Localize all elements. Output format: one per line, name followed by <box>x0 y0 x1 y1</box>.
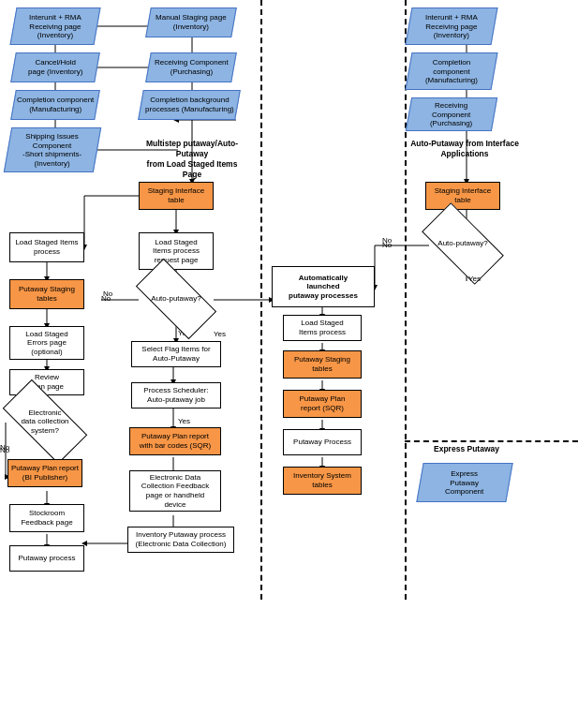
separator-line-1 <box>260 0 262 600</box>
separator-line-h <box>405 440 578 442</box>
label-no-n28: No <box>382 241 392 249</box>
node-n27-staging-interface-right: Staging Interfacetable <box>425 182 500 210</box>
node-n2: Cancel/Holdpage (Inventory) <box>10 52 100 82</box>
node-n11: Putaway Stagingtables <box>9 279 84 309</box>
node-n12-diamond: Auto-putaway? <box>139 279 214 319</box>
node-n3: Completion component(Manufacturing) <box>10 90 100 120</box>
separator-line-2 <box>405 0 407 600</box>
node-n28-diamond: Auto-putaway? <box>425 223 500 264</box>
label-no-n16: No <box>0 446 9 454</box>
node-n23: Putaway process <box>9 545 84 572</box>
node-n5: Manual Staging page(Inventory) <box>145 7 237 37</box>
label-no-n12: No <box>101 294 111 303</box>
node-n25: Completioncomponent(Manufacturing) <box>405 52 497 90</box>
section-label-multistep: Multistep putaway/Auto-Putawayfrom Load … <box>142 139 242 180</box>
section-label-auto-putaway: Auto-Putaway from InterfaceApplications <box>408 139 521 159</box>
node-n33: Putaway Process <box>283 429 362 455</box>
section-label-express: Express Putaway <box>410 444 523 454</box>
node-n16-diamond: Electronicdata collectionsystem? <box>6 401 84 442</box>
node-n19: Putaway Plan reportwith bar codes (SQR) <box>129 427 221 455</box>
node-n17: Process Scheduler:Auto-putaway job <box>131 382 221 409</box>
label-yes-n28: Yes <box>468 275 481 283</box>
node-n30: Load StagedItems process <box>283 315 362 341</box>
node-n21: StockroomFeedback page <box>9 504 84 532</box>
node-n18: Putaway Plan report(BI Publisher) <box>7 459 82 487</box>
node-n6: Receiving Component(Purchasing) <box>145 52 237 82</box>
node-n29: Automaticallylaunchedputaway processes <box>272 266 375 307</box>
node-n31: Putaway Stagingtables <box>283 350 362 379</box>
node-n1: Interunit + RMA Receiving page (Inventor… <box>9 7 100 45</box>
node-n13: Load StagedErrors page(optional) <box>9 326 84 360</box>
node-n8-staging-interface: Staging Interfacetable <box>139 182 214 210</box>
svg-text:Yes: Yes <box>178 417 190 425</box>
node-n4: Shipping IssuesComponent-Short shipments… <box>4 127 101 172</box>
node-n34: Inventory Systemtables <box>283 467 362 495</box>
node-n22: Inventory Putaway process(Electronic Dat… <box>127 527 234 553</box>
diagram-container: No Yes Yes No <box>0 0 578 728</box>
node-n7: Completion backgroundprocesses (Manufact… <box>138 90 241 120</box>
node-n10: Load StagedItems processrequest page <box>139 232 214 270</box>
node-n20: Electronic DataCollection Feedbackpage o… <box>129 470 221 512</box>
node-n15: Select Flag Items forAuto-Putaway <box>131 341 221 367</box>
node-n24: Interunit + RMAReceiving page(Inventory) <box>405 7 497 45</box>
node-n9: Load Staged Itemsprocess <box>9 232 84 262</box>
label-yes-n12: Yes <box>214 330 226 338</box>
node-n26: ReceivingComponent(Purchasing) <box>406 97 497 131</box>
node-n32: Putaway Planreport (SQR) <box>283 390 362 418</box>
node-n35-express: ExpressPutawayComponent <box>416 463 512 502</box>
